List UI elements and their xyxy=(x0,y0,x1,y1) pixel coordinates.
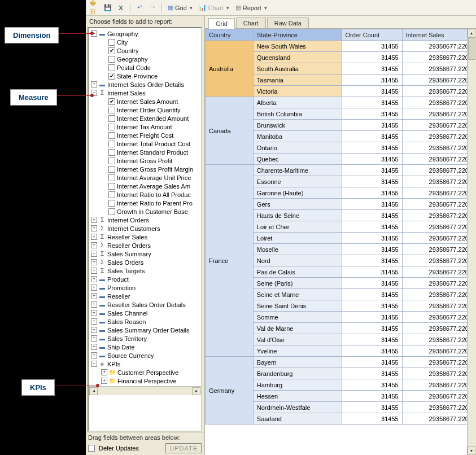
expand-icon[interactable]: + xyxy=(91,352,97,358)
data-cell[interactable]: Pas de Calais xyxy=(253,266,342,278)
data-cell[interactable]: 31455 xyxy=(342,120,402,131)
pivot-grid[interactable]: CountryState-ProvinceOrder CountInternet… xyxy=(205,29,476,455)
tree-node[interactable]: ✔State-Province xyxy=(90,72,201,80)
column-header[interactable]: Internet Sales xyxy=(402,29,475,41)
data-cell[interactable]: 29358677.2207 xyxy=(402,413,475,425)
collapse-icon[interactable]: − xyxy=(91,361,97,367)
tree-node[interactable]: +▬Sales Reason xyxy=(90,317,201,326)
data-cell[interactable]: 31455 xyxy=(342,86,402,97)
tree-node[interactable]: Geography xyxy=(90,55,201,63)
field-checkbox[interactable] xyxy=(108,191,115,198)
field-checkbox[interactable] xyxy=(108,183,115,190)
expand-icon[interactable]: + xyxy=(91,318,97,325)
data-cell[interactable]: 31455 xyxy=(342,345,402,357)
data-cell[interactable]: Saarland xyxy=(253,413,342,425)
field-checkbox[interactable] xyxy=(108,141,115,147)
view-report-dropdown[interactable]: ▤ Report xyxy=(233,3,269,12)
data-cell[interactable]: Moselle xyxy=(253,244,342,255)
row-group-cell[interactable]: Germany xyxy=(206,357,254,425)
tree-node[interactable]: Internet Average Sales Am xyxy=(90,182,201,190)
tree-node[interactable]: Internet Gross Profit Margin xyxy=(90,165,201,173)
field-checkbox[interactable]: ✔ xyxy=(108,47,115,54)
data-cell[interactable]: 31455 xyxy=(342,210,402,221)
tab-grid[interactable]: Grid xyxy=(208,18,235,29)
data-cell[interactable]: 31455 xyxy=(342,334,402,345)
expand-icon[interactable]: + xyxy=(91,251,97,257)
data-cell[interactable]: Garonne (Haute) xyxy=(253,187,342,199)
tree-node[interactable]: +ΣInternet Orders xyxy=(90,216,201,224)
field-checkbox[interactable]: ✔ xyxy=(108,73,115,80)
data-cell[interactable]: Brunswick xyxy=(253,120,342,131)
expand-icon[interactable]: + xyxy=(91,268,97,274)
data-cell[interactable]: Tasmania xyxy=(253,75,342,86)
data-cell[interactable]: Nordrhein-Westfale xyxy=(253,402,342,413)
data-cell[interactable]: Essonne xyxy=(253,176,342,187)
tree-node[interactable]: −ΣInternet Sales xyxy=(90,89,201,97)
tree-node[interactable]: +▬Reseller xyxy=(90,292,201,300)
data-cell[interactable]: 29358677.2207 xyxy=(402,323,475,334)
data-cell[interactable]: 29358677.2207 xyxy=(402,357,475,368)
data-cell[interactable]: Gers xyxy=(253,199,342,210)
data-cell[interactable]: Hauts de Seine xyxy=(253,210,342,221)
data-cell[interactable]: Loiret xyxy=(253,233,342,244)
field-checkbox[interactable] xyxy=(108,200,115,207)
view-grid-dropdown[interactable]: ▦ Grid xyxy=(165,3,195,12)
data-cell[interactable]: 31455 xyxy=(342,108,402,120)
expand-icon[interactable]: + xyxy=(91,285,97,291)
data-cell[interactable]: 31455 xyxy=(342,75,402,86)
data-cell[interactable]: 31455 xyxy=(342,97,402,108)
tree-node[interactable]: +📁Customer Perspective xyxy=(90,368,201,377)
tree-node[interactable]: +▬Promotion xyxy=(90,283,201,292)
data-cell[interactable]: 29358677.2207 xyxy=(402,131,475,142)
data-cell[interactable]: Seine et Marne xyxy=(253,289,342,300)
tree-node[interactable]: Internet Ratio to All Produc xyxy=(90,190,201,199)
expand-icon[interactable]: + xyxy=(91,217,97,223)
data-cell[interactable]: 29358677.2207 xyxy=(402,312,475,323)
data-cell[interactable]: 31455 xyxy=(342,131,402,142)
grid-vertical-scrollbar[interactable]: ▴ ▾ xyxy=(467,29,476,455)
data-cell[interactable]: Quebec xyxy=(253,154,342,165)
tree-node[interactable]: Internet Average Unit Price xyxy=(90,173,201,182)
save-button[interactable]: 💾 xyxy=(102,2,113,14)
data-cell[interactable]: Loir et Cher xyxy=(253,221,342,233)
update-button[interactable]: UPDATE xyxy=(165,443,202,453)
export-excel-button[interactable]: X xyxy=(115,2,126,14)
data-cell[interactable]: 29358677.2207 xyxy=(402,142,475,154)
data-cell[interactable]: Ontario xyxy=(253,142,342,154)
data-cell[interactable]: 31455 xyxy=(342,402,402,413)
row-group-cell[interactable]: Canada xyxy=(206,97,254,165)
tree-node[interactable]: +ΣReseller Sales xyxy=(90,233,201,241)
scroll-right-button[interactable]: ▸ xyxy=(192,387,200,395)
tree-node[interactable]: +▬Source Currency xyxy=(90,351,201,360)
data-cell[interactable]: Alberta xyxy=(253,97,342,108)
data-cell[interactable]: Seine (Paris) xyxy=(253,278,342,289)
expand-icon[interactable]: + xyxy=(101,369,107,375)
scroll-left-button[interactable]: ◂ xyxy=(89,387,98,395)
data-cell[interactable]: 29358677.2207 xyxy=(402,221,475,233)
expand-icon[interactable]: + xyxy=(91,301,97,308)
data-cell[interactable]: 29358677.2207 xyxy=(402,41,475,52)
data-cell[interactable]: 31455 xyxy=(342,221,402,233)
data-cell[interactable]: 29358677.2207 xyxy=(402,97,475,108)
data-cell[interactable]: 31455 xyxy=(342,154,402,165)
tree-node[interactable]: +ΣSales Summary xyxy=(90,250,201,258)
field-checkbox[interactable] xyxy=(108,166,115,173)
field-checkbox[interactable] xyxy=(108,39,115,46)
view-chart-dropdown[interactable]: 📊 Chart xyxy=(196,3,232,12)
data-cell[interactable]: Seine Saint Denis xyxy=(253,300,342,312)
data-cell[interactable]: 31455 xyxy=(342,199,402,210)
tree-node[interactable]: Internet Standard Product xyxy=(90,148,201,156)
row-group-cell[interactable]: France xyxy=(206,165,254,357)
data-cell[interactable]: 31455 xyxy=(342,300,402,312)
data-cell[interactable]: Bayern xyxy=(253,357,342,368)
tree-node[interactable]: City xyxy=(90,38,201,46)
expand-icon[interactable]: + xyxy=(91,234,97,240)
data-cell[interactable]: Yveline xyxy=(253,345,342,357)
data-cell[interactable]: 29358677.2207 xyxy=(402,266,475,278)
field-checkbox[interactable] xyxy=(108,149,115,156)
data-cell[interactable]: 29358677.2207 xyxy=(402,75,475,86)
scroll-thumb[interactable] xyxy=(468,37,475,60)
data-cell[interactable]: 29358677.2207 xyxy=(402,300,475,312)
field-checkbox[interactable] xyxy=(108,56,115,63)
field-checkbox[interactable] xyxy=(108,132,115,139)
